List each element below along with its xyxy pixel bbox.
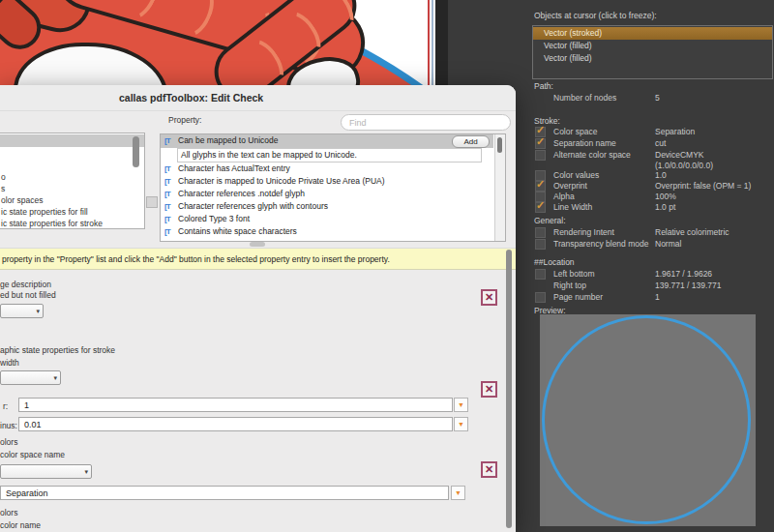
text-property-icon: [T xyxy=(164,134,170,147)
value-dropdown-button[interactable]: ▼ xyxy=(454,398,468,412)
chevron-down-icon: ▾ xyxy=(84,468,88,476)
group1-dropdown[interactable]: ▾ xyxy=(0,304,44,318)
checkbox[interactable] xyxy=(535,227,546,238)
list-item[interactable]: Vector (stroked) xyxy=(533,27,772,40)
property-list[interactable]: [T Can be mapped to Unicode Add All glyp… xyxy=(160,133,506,242)
remove-condition-button[interactable]: ✕ xyxy=(481,289,497,306)
dialog-scrollbar[interactable] xyxy=(506,250,512,528)
group2-line1: aphic state properties for stroke xyxy=(0,345,115,355)
pane-resize-grip[interactable] xyxy=(250,242,265,247)
remove-condition-button[interactable]: ✕ xyxy=(481,461,497,478)
list-item[interactable]: ic state properties for fill xyxy=(0,206,144,218)
row-label: Separation name xyxy=(553,138,616,148)
text-property-icon: [T xyxy=(164,200,170,213)
general-section-header: General: xyxy=(534,216,566,225)
property-row[interactable]: [T Character references .notdef glyph xyxy=(161,188,493,200)
objects-at-cursor-list[interactable]: Vector (stroked) Vector (filled) Vector … xyxy=(532,25,773,79)
list-item[interactable]: olor spaces xyxy=(0,194,144,206)
color-space-name-field[interactable] xyxy=(0,486,449,500)
property-row[interactable]: [T Character references glyph with conto… xyxy=(161,200,493,213)
row-value: Overprint: false (OPM = 1) xyxy=(655,181,751,191)
row-value: 1 xyxy=(655,292,660,302)
group2-line2: width xyxy=(0,358,19,368)
property-row[interactable]: [T Contains white space characters xyxy=(161,225,493,238)
group2-dropdown[interactable]: ▾ xyxy=(0,370,61,385)
row-label: Number of nodes xyxy=(553,93,616,103)
row-value: 5 xyxy=(655,93,660,103)
property-row[interactable]: [T Colored Type 3 font xyxy=(161,213,493,225)
row-value: 1.0 xyxy=(655,170,667,180)
property-row[interactable]: [T Character is mapped to Unicode Privat… xyxy=(161,175,493,188)
page-edge-blue-line xyxy=(432,0,433,85)
page-edge-red-line xyxy=(428,0,430,85)
tolerance-field[interactable] xyxy=(18,417,453,431)
row-label: Alternate color space xyxy=(553,150,631,160)
text-property-icon: [T xyxy=(164,175,170,188)
checkbox[interactable] xyxy=(535,292,546,303)
dropdown-arrow-icon: ▼ xyxy=(458,421,464,428)
preview-circle xyxy=(542,315,751,524)
text-property-icon: [T xyxy=(164,213,170,225)
property-list-scrollbar[interactable] xyxy=(494,134,505,241)
list-item[interactable]: Vector (filled) xyxy=(533,52,772,65)
hint-bar: property in the "Property" list and clic… xyxy=(0,248,516,270)
property-row[interactable]: [T Character has ActualText entry xyxy=(161,163,493,175)
property-description-row: All glyphs in the text can be mapped to … xyxy=(161,148,493,163)
left-list-scrollbar[interactable] xyxy=(133,136,139,167)
scrollbar-thumb[interactable] xyxy=(497,137,502,153)
property-description: All glyphs in the text can be mapped to … xyxy=(177,148,482,163)
row-value: DeviceCMYK xyxy=(655,150,704,160)
chevron-down-icon: ▾ xyxy=(36,308,40,315)
close-icon: ✕ xyxy=(485,463,493,475)
chevron-down-icon: ▾ xyxy=(53,374,57,382)
splitter-handle[interactable] xyxy=(146,196,158,208)
group3-line4: color name xyxy=(0,520,41,530)
check-icon: ✓ xyxy=(536,178,545,191)
value-dropdown-button[interactable]: ▼ xyxy=(454,417,468,431)
group3-line1: olors xyxy=(0,437,17,447)
document-canvas[interactable] xyxy=(0,0,435,85)
field1-label: r: xyxy=(3,401,8,411)
list-item[interactable]: ic state properties for stroke xyxy=(0,218,144,229)
group3-line3: olors xyxy=(0,508,17,517)
row-value: Relative colorimetric xyxy=(655,227,729,237)
row-value: 1.9617 / 1.9626 xyxy=(655,269,712,279)
row-label: Alpha xyxy=(553,192,575,201)
remove-condition-button[interactable]: ✕ xyxy=(481,381,497,398)
location-section-header: ##Location xyxy=(534,257,575,267)
checkbox[interactable] xyxy=(535,239,546,250)
row-value: Normal xyxy=(655,239,681,249)
value-dropdown-button[interactable]: ▼ xyxy=(451,486,465,500)
row-value: 139.771 / 139.771 xyxy=(655,281,722,290)
checkbox[interactable] xyxy=(535,150,546,161)
group3-dropdown[interactable]: ▾ xyxy=(0,464,92,479)
list-item[interactable]: o xyxy=(0,171,144,183)
check-icon: ✓ xyxy=(536,135,545,148)
checkbox[interactable]: ✓ xyxy=(535,181,546,192)
dialog-title: callas pdfToolbox: Edit Check xyxy=(119,92,263,103)
row-value-line2: (1.0/0.0/0.0/0.0) xyxy=(655,161,713,170)
row-label: Color values xyxy=(553,170,599,180)
row-label: Overprint xyxy=(553,181,587,191)
text-property-icon: [T xyxy=(164,188,170,200)
row-label: Left bottom xyxy=(553,269,595,279)
text-property-icon: [T xyxy=(164,163,170,175)
property-group-list[interactable]: o s olor spaces ic state properties for … xyxy=(0,133,145,229)
find-input[interactable] xyxy=(341,114,511,131)
shrimp-stripe xyxy=(169,0,222,43)
value-field[interactable] xyxy=(18,398,453,412)
checkbox[interactable] xyxy=(535,269,546,280)
screen: Objects at cursor (click to freeze): Vec… xyxy=(0,0,774,532)
check-icon: ✓ xyxy=(536,199,545,212)
checkbox[interactable]: ✓ xyxy=(535,202,546,213)
checkbox[interactable]: ✓ xyxy=(535,138,546,149)
row-value: 100% xyxy=(655,192,676,201)
hint-text: property in the "Property" list and clic… xyxy=(2,254,390,264)
list-item[interactable]: Vector (filled) xyxy=(533,40,772,52)
list-item[interactable] xyxy=(0,134,144,147)
add-button[interactable]: Add xyxy=(452,135,490,148)
row-label: Line Width xyxy=(553,202,592,212)
list-item[interactable]: s xyxy=(0,183,144,194)
dropdown-arrow-icon: ▼ xyxy=(458,401,464,408)
property-row-selected[interactable]: [T Can be mapped to Unicode Add xyxy=(161,134,493,148)
